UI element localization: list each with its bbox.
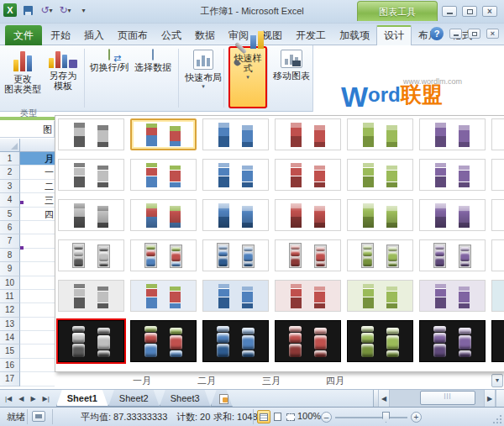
style-thumbnail-r2c5-green[interactable] [347,159,413,191]
hscroll-resize-handle[interactable] [496,390,504,407]
cell-A14[interactable] [20,331,55,344]
style-thumbnail-r5c1-grayscale[interactable] [58,280,124,312]
row-header-7[interactable]: 7 [0,234,20,248]
name-box[interactable]: 图 [0,121,55,138]
style-thumbnail-r4c7-aqua[interactable] [491,239,504,271]
style-thumbnail-r1c1-grayscale[interactable] [58,118,124,150]
style-thumbnail-r4c5-green[interactable] [347,239,413,271]
row-header-10[interactable]: 10 [0,276,20,290]
style-thumbnail-r2c1-grayscale[interactable] [58,159,124,191]
macro-record-icon[interactable] [32,411,45,422]
quick-layout-button[interactable]: 快速布局▾ [183,47,223,109]
sheet-tab-sheet2[interactable]: Sheet2 [108,390,160,407]
style-thumbnail-r4c2-colorful[interactable] [130,239,197,271]
cell-A4[interactable]: 三 [20,193,55,207]
next-sheet-button[interactable]: ▶ [30,395,35,402]
row-header-6[interactable]: 6 [0,221,20,234]
tab-插入[interactable]: 插入 [77,25,111,45]
row-header-5[interactable]: 5 [0,208,20,221]
change-chart-type-button[interactable]: 更改图表类型 [3,47,42,109]
select-data-button[interactable]: 选择数据 [131,47,175,109]
restore-button[interactable] [462,6,477,17]
style-thumbnail-r6c2-colorful[interactable] [130,320,197,362]
hscroll-right-button[interactable]: ▶ [484,390,496,407]
style-thumbnail-r1c2-colorful[interactable] [130,118,197,150]
style-thumbnail-r3c3-blue[interactable] [202,199,269,231]
style-thumbnail-r6c1-grayscale[interactable] [58,320,124,362]
cell-A8[interactable] [20,249,55,262]
style-thumbnail-r2c3-blue[interactable] [202,159,269,191]
style-thumbnail-r5c7-aqua[interactable] [491,280,504,312]
move-chart-button[interactable]: 移动图表 [270,47,312,109]
row-header-13[interactable]: 13 [0,318,20,331]
style-thumbnail-r3c6-purple[interactable] [419,199,486,231]
style-thumbnail-r1c7-aqua[interactable] [491,118,504,150]
style-thumbnail-r6c7-aqua[interactable] [491,320,504,362]
hscroll-thumb[interactable] [420,391,475,405]
style-thumbnail-r5c6-purple[interactable] [419,280,486,312]
zoom-slider-track[interactable] [335,417,407,418]
page-layout-view-button[interactable] [270,410,284,423]
tab-公式[interactable]: 公式 [155,25,188,45]
style-thumbnail-r6c5-green[interactable] [347,320,413,362]
window-resize-grip[interactable] [492,414,502,424]
cell-A15[interactable] [20,344,55,358]
cell-A17[interactable] [20,372,55,386]
style-thumbnail-r1c3-blue[interactable] [202,118,269,150]
style-thumbnail-r3c7-aqua[interactable] [491,199,504,231]
style-thumbnail-r1c5-green[interactable] [347,118,413,150]
cell-A5[interactable]: 四 [20,208,55,221]
style-thumbnail-r3c2-colorful[interactable] [130,199,197,231]
cell-A12[interactable] [20,303,55,317]
row-header-2[interactable]: 2 [0,166,20,179]
style-thumbnail-r3c1-grayscale[interactable] [58,199,124,231]
cell-A1[interactable]: 月 [20,152,55,166]
tab-加载项[interactable]: 加载项 [333,25,376,45]
style-thumbnail-r5c5-green[interactable] [347,280,413,312]
tab-页面布[interactable]: 页面布 [111,25,155,45]
style-thumbnail-r2c2-colorful[interactable] [130,159,197,191]
cell-A3[interactable]: 二 [20,180,55,193]
first-sheet-button[interactable]: |◀ [5,395,12,402]
row-header-3[interactable]: 3 [0,180,20,193]
style-thumbnail-r5c3-blue[interactable] [202,280,269,312]
cell-A6[interactable] [20,221,55,234]
switch-row-column-button[interactable]: ⇄切换行/列 [87,47,131,109]
zoom-level[interactable]: 100% [297,411,321,421]
style-thumbnail-r6c6-purple[interactable] [419,320,486,362]
save-as-template-button[interactable]: 另存为模板 [44,47,82,109]
style-thumbnail-r3c4-red[interactable] [275,199,341,231]
collapse-ribbon-icon[interactable]: ∧ [418,29,424,38]
prev-sheet-button[interactable]: ◀ [18,395,24,402]
row-header-12[interactable]: 12 [0,303,20,317]
cell-A9[interactable] [20,262,55,276]
cell-A10[interactable] [20,276,55,290]
help-icon[interactable]: ? [430,27,444,40]
zoom-in-button[interactable]: + [411,412,422,423]
style-thumbnail-r2c7-aqua[interactable] [491,159,504,191]
tab-开始[interactable]: 开始 [44,25,77,45]
row-header-1[interactable]: 1 [0,152,20,166]
style-thumbnail-r5c4-red[interactable] [275,280,341,312]
style-thumbnail-r2c4-red[interactable] [275,159,341,191]
row-header-11[interactable]: 11 [0,290,20,303]
insert-worksheet-button[interactable] [211,390,233,407]
minimize-button[interactable] [442,6,457,17]
style-thumbnail-r4c4-red[interactable] [275,239,341,271]
column-header[interactable] [20,139,55,152]
row-header-9[interactable]: 9 [0,262,20,276]
row-header-14[interactable]: 14 [0,331,20,344]
close-button[interactable]: × [482,6,497,17]
style-thumbnail-r1c6-purple[interactable] [419,118,486,150]
page-break-view-button[interactable] [284,410,297,423]
last-sheet-button[interactable]: ▶| [43,395,50,402]
style-thumbnail-r6c4-red[interactable] [275,320,341,362]
select-all-corner[interactable] [0,139,20,152]
normal-view-button[interactable] [257,410,270,423]
tab-设计[interactable]: 设计 [376,25,412,45]
tab-开发工[interactable]: 开发工 [289,25,333,45]
style-thumbnail-r5c2-colorful[interactable] [130,280,197,312]
cell-A16[interactable] [20,359,55,372]
style-thumbnail-r3c5-green[interactable] [347,199,413,231]
cell-A11[interactable] [20,290,55,303]
